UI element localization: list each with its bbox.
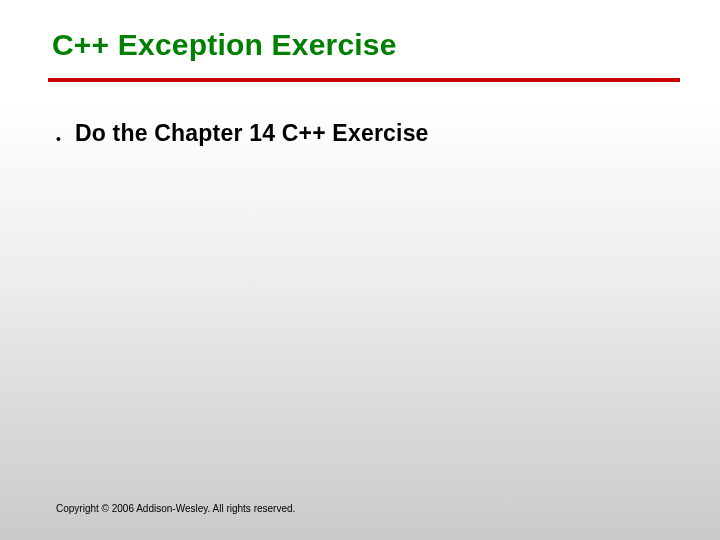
bullet-item: • Do the Chapter 14 C++ Exercise <box>56 120 668 147</box>
slide-body: • Do the Chapter 14 C++ Exercise <box>56 120 668 147</box>
slide-title: C++ Exception Exercise <box>52 28 397 62</box>
bullet-text: Do the Chapter 14 C++ Exercise <box>75 120 429 147</box>
title-underline <box>48 78 680 82</box>
copyright-footer: Copyright © 2006 Addison-Wesley. All rig… <box>56 503 295 514</box>
bullet-dot-icon: • <box>56 132 61 146</box>
slide: C++ Exception Exercise • Do the Chapter … <box>0 0 720 540</box>
